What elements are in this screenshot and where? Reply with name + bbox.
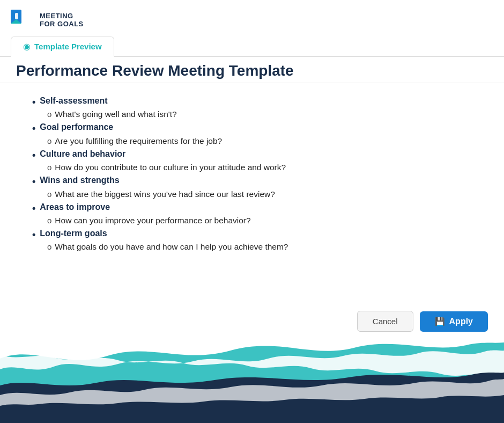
apply-button[interactable]: 💾 Apply [420,311,488,332]
sub-item: o What are the biggest wins you've had s… [32,189,483,199]
sub-item: o How do you contribute to our culture i… [32,163,483,172]
page-title: Performance Review Meeting Template [16,62,488,79]
sub-bullet-icon: o [47,136,51,145]
cancel-button[interactable]: Cancel [357,311,413,332]
agenda-heading: Long-term goals [40,229,107,238]
apply-label: Apply [449,317,473,326]
list-item: • Self-assessment o What's going well an… [32,96,483,119]
bottom-decoration [0,316,504,423]
tab-label: Template Preview [34,42,102,51]
sub-text: What are the biggest wins you've had sin… [55,189,275,199]
bullet-icon: • [32,229,35,241]
tab-template-preview[interactable]: ◉ Template Preview [11,37,114,57]
content-area: • Self-assessment o What's going well an… [0,83,504,266]
bullet-icon: • [32,122,35,135]
sub-bullet-icon: o [47,110,51,119]
sub-text: What's going well and what isn't? [55,110,176,119]
svg-rect-3 [15,13,18,19]
sub-item: o Are you fulfilling the requirements fo… [32,136,483,146]
agenda-heading: Wins and strengths [40,176,119,185]
list-item: • Wins and strengths o What are the bigg… [32,176,483,199]
logo-text: MEETING FOR GOALS [40,12,84,28]
agenda-heading: Self-assessment [40,96,107,106]
app-header: MEETING FOR GOALS [0,0,504,37]
sub-text: How can you improve your performance or … [55,216,250,225]
list-item: • Goal performance o Are you fulfilling … [32,122,483,145]
action-bar: Cancel 💾 Apply [357,311,488,332]
list-item: • Long-term goals o What goals do you ha… [32,229,483,252]
list-item: • Areas to improve o How can you improve… [32,202,483,225]
tab-bar: ◉ Template Preview [0,37,504,57]
agenda-heading: Areas to improve [40,202,110,212]
eye-icon: ◉ [23,41,31,52]
agenda-heading: Goal performance [40,122,113,132]
bullet-icon: • [32,202,35,215]
sub-bullet-icon: o [47,189,51,199]
sub-text: How do you contribute to our culture in … [55,163,286,172]
sub-text: What goals do you have and how can I hel… [55,242,288,252]
sub-bullet-icon: o [47,216,51,225]
agenda-list: • Self-assessment o What's going well an… [32,96,483,252]
save-icon: 💾 [435,317,445,326]
bullet-icon: • [32,96,35,108]
main-title-area: Performance Review Meeting Template [0,57,504,83]
sub-item: o What's going well and what isn't? [32,110,483,119]
agenda-heading: Culture and behavior [40,149,125,159]
sub-text: Are you fulfilling the requirements for … [55,136,222,146]
bullet-icon: • [32,149,35,162]
sub-bullet-icon: o [47,163,51,172]
sub-bullet-icon: o [47,242,51,251]
bullet-icon: • [32,176,35,188]
sub-item: o How can you improve your performance o… [32,216,483,225]
sub-item: o What goals do you have and how can I h… [32,242,483,252]
logo-icon [11,10,40,31]
list-item: • Culture and behavior o How do you cont… [32,149,483,172]
